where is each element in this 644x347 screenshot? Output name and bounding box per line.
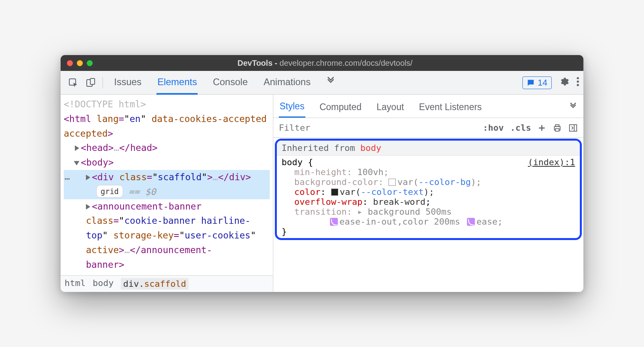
- styles-filter-bar: :hov .cls: [273, 118, 583, 138]
- rule-source-link[interactable]: (index):1: [528, 157, 575, 167]
- console-ref: == $0: [129, 187, 156, 197]
- minimize-window-button[interactable]: [77, 60, 83, 66]
- tab-animations[interactable]: Animations: [263, 71, 311, 95]
- more-menu-icon[interactable]: [576, 76, 579, 89]
- style-rules: Inherited from body body { (index):1 min…: [273, 138, 583, 292]
- more-subtabs-icon[interactable]: [568, 98, 578, 117]
- decl-transition-cont[interactable]: ease-in-out,color 200ms ease;: [277, 217, 580, 227]
- issues-badge[interactable]: 14: [522, 76, 552, 89]
- title-prefix: DevTools -: [237, 59, 279, 67]
- head-line[interactable]: <head>…</head>: [64, 141, 270, 155]
- tab-elements[interactable]: Elements: [156, 71, 198, 95]
- tab-console[interactable]: Console: [212, 71, 248, 95]
- issues-icon: [527, 79, 535, 87]
- new-style-rule-icon[interactable]: [537, 124, 546, 132]
- easing-icon[interactable]: [330, 218, 338, 226]
- styles-filter-input[interactable]: [273, 118, 424, 137]
- crumb-selected[interactable]: div.scaffold: [121, 278, 189, 290]
- doctype-line[interactable]: <!DOCTYPE html>: [64, 97, 270, 112]
- titlebar: DevTools - developer.chrome.com/docs/dev…: [61, 55, 583, 71]
- toolbar-right: 14: [522, 76, 579, 89]
- inspect-element-icon[interactable]: [65, 76, 82, 90]
- svg-rect-2: [90, 78, 95, 84]
- svg-point-5: [577, 84, 579, 86]
- subtab-computed[interactable]: Computed: [319, 98, 362, 117]
- svg-point-4: [577, 80, 579, 82]
- inherited-from-selector[interactable]: body: [360, 143, 381, 153]
- crumb-body[interactable]: body: [93, 278, 114, 290]
- dom-tree[interactable]: <!DOCTYPE html> <html lang="en" data-coo…: [61, 95, 273, 275]
- title-host: developer.chrome.com/docs/devtools/: [280, 59, 413, 67]
- selected-node[interactable]: ⋯ <div class="scaffold">…</div> grid == …: [64, 170, 270, 199]
- inherited-from-header: Inherited from body: [277, 141, 580, 156]
- dom-panel: <!DOCTYPE html> <html lang="en" data-coo…: [61, 95, 273, 292]
- decl-background-color[interactable]: background-color: var(--color-bg);: [277, 177, 580, 187]
- html-open-line[interactable]: <html lang="en" data-cookies-accepted ac…: [64, 112, 270, 141]
- decl-overflow-wrap[interactable]: overflow-wrap: break-word;: [277, 197, 580, 207]
- tab-issues[interactable]: Issues: [113, 71, 142, 95]
- easing-icon[interactable]: [467, 218, 475, 226]
- main-tabs: Issues Elements Console Animations: [113, 71, 336, 95]
- zoom-window-button[interactable]: [87, 60, 93, 66]
- decl-color[interactable]: color: var(--color-text);: [277, 187, 580, 197]
- issues-count: 14: [538, 78, 547, 88]
- color-swatch-icon[interactable]: [331, 189, 338, 196]
- decl-min-height[interactable]: min-height: 100vh;: [277, 167, 580, 177]
- settings-icon[interactable]: [559, 76, 569, 89]
- rule-selector[interactable]: body {: [282, 157, 313, 167]
- subtab-layout[interactable]: Layout: [376, 98, 405, 117]
- svg-rect-8: [555, 128, 559, 131]
- traffic-lights: [67, 60, 93, 66]
- content-area: <!DOCTYPE html> <html lang="en" data-coo…: [61, 95, 583, 292]
- print-media-icon[interactable]: [553, 124, 562, 132]
- styles-subtabs: Styles Computed Layout Event Listeners: [273, 95, 583, 118]
- grid-badge[interactable]: grid: [96, 185, 123, 198]
- toolbar-separator: [103, 77, 103, 88]
- breadcrumb: html body div.scaffold: [61, 275, 273, 292]
- decl-transition[interactable]: transition: ▸ background 500ms: [277, 207, 580, 217]
- close-window-button[interactable]: [67, 60, 73, 66]
- styles-panel: Styles Computed Layout Event Listeners :…: [273, 95, 583, 292]
- rule-header[interactable]: body { (index):1: [277, 156, 580, 167]
- hov-toggle[interactable]: :hov: [483, 123, 504, 133]
- devtools-window: DevTools - developer.chrome.com/docs/dev…: [61, 55, 583, 292]
- subtab-event-listeners[interactable]: Event Listeners: [418, 98, 483, 117]
- expand-shorthand-icon[interactable]: ▸: [357, 207, 368, 217]
- window-title: DevTools - developer.chrome.com/docs/dev…: [101, 59, 577, 68]
- crumb-html[interactable]: html: [65, 278, 86, 290]
- color-swatch-icon[interactable]: [389, 179, 396, 186]
- main-toolbar: Issues Elements Console Animations 14: [61, 71, 583, 95]
- svg-point-3: [577, 77, 579, 79]
- computed-sidebar-icon[interactable]: [568, 124, 578, 132]
- more-tabs-icon[interactable]: [326, 71, 336, 95]
- rule-close: }: [277, 227, 580, 236]
- svg-rect-7: [555, 124, 559, 126]
- device-toggle-icon[interactable]: [82, 76, 99, 90]
- banner-line[interactable]: <announcement-banner class="cookie-banne…: [64, 199, 270, 272]
- cls-toggle[interactable]: .cls: [510, 123, 531, 133]
- subtab-styles[interactable]: Styles: [279, 97, 305, 118]
- body-line[interactable]: <body>: [64, 155, 270, 170]
- inherited-rule-highlight: Inherited from body body { (index):1 min…: [275, 139, 582, 240]
